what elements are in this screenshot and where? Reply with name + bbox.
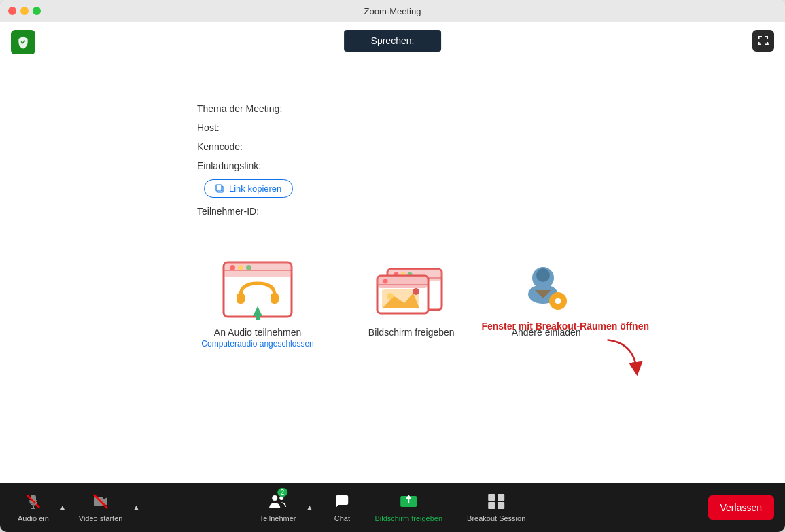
video-chevron[interactable]: ▲ [129,500,143,515]
copy-link-label: Link kopieren [229,183,281,194]
toolbar-center: 2 Teilnehmer ▲ Chat [253,489,533,527]
video-off-icon [92,493,109,512]
svg-rect-1 [216,185,222,191]
audio-icon [220,259,295,320]
participants-label: Teilnehmer [260,514,296,522]
svg-point-8 [246,265,251,270]
action-icons: An Audio teilnehmen Computeraudio angesc… [0,225,785,362]
video-button[interactable]: Video starten [72,489,130,527]
participants-button[interactable]: 2 Teilnehmer [253,489,303,527]
host-label: Host: [197,122,220,133]
meeting-theme-row: Thema der Meeting: [197,103,785,114]
fullscreen-button[interactable] [752,30,774,52]
close-button[interactable] [8,7,16,15]
theme-label: Thema der Meeting: [197,103,282,114]
screen-share-icon [374,259,449,320]
participants-count-badge: 2 [277,488,288,497]
meeting-participant-id-row: Teilnehmer-ID: [197,206,785,217]
traffic-lights [8,7,41,15]
toolbar-right: Verlassen [708,495,774,520]
toolbar-left: Audio ein ▲ Video starten ▲ [11,489,143,527]
share-label: Bildschirm freigeben [374,514,442,522]
breakout-icon [487,493,505,512]
breakout-label: Breakout Session [467,514,525,522]
svg-rect-9 [237,293,245,304]
svg-point-28 [536,268,550,282]
svg-rect-12 [256,313,260,320]
mic-off-icon [25,493,41,510]
title-bar: Zoom-Meeting [0,0,785,22]
chat-label: Chat [334,514,350,522]
svg-rect-45 [498,494,504,501]
minimize-button[interactable] [20,7,29,15]
window-title: Zoom-Meeting [364,6,421,16]
svg-point-6 [230,265,235,270]
screen-up-icon [399,493,418,510]
shield-icon [16,35,30,49]
toolbar: Audio ein ▲ Video starten ▲ [0,483,785,532]
audio-label: Audio ein [18,514,49,522]
meeting-info: Thema der Meeting: Host: Kenncode: Einla… [0,63,785,225]
audio-action-label: An Audio teilnehmen [214,327,301,338]
maximize-button[interactable] [33,7,41,15]
svg-rect-10 [271,293,279,304]
chat-bubble-icon [334,493,350,510]
breakout-button[interactable]: Breakout Session [460,489,532,527]
svg-point-7 [238,265,243,270]
main-content: Sprechen: Thema der Meeting: Host: Kennc… [0,22,785,483]
svg-rect-32 [556,298,559,304]
mute-icon [25,493,41,512]
camera-off-icon [92,493,109,510]
svg-rect-21 [377,284,428,285]
participants-btn-group: 2 Teilnehmer ▲ [253,489,317,527]
audio-action[interactable]: An Audio teilnehmen Computeraudio angesc… [201,259,313,349]
svg-rect-46 [488,502,495,509]
svg-rect-44 [488,494,495,501]
security-badge[interactable] [11,30,35,54]
copy-icon [215,184,225,194]
audio-action-sublabel: Computeraudio angeschlossen [201,339,313,349]
audio-chevron[interactable]: ▲ [56,500,69,515]
meeting-host-row: Host: [197,122,785,133]
chat-button[interactable]: Chat [327,489,357,527]
chat-icon [334,493,350,512]
audio-button[interactable]: Audio ein [11,489,56,527]
breakout-hint-text: Fenster mit Breakout-Räumen öffnen [481,321,649,332]
participants-chevron[interactable]: ▲ [303,500,317,515]
video-btn-group: Video starten ▲ [72,489,143,527]
breakout-hint: Fenster mit Breakout-Räumen öffnen [481,321,649,378]
video-label: Video starten [79,514,123,522]
participant-id-label: Teilnehmer-ID: [197,206,259,217]
passcode-label: Kenncode: [197,141,243,152]
svg-rect-47 [498,502,504,509]
copy-link-button[interactable]: Link kopieren [204,179,293,198]
screen-share-action-label: Bildschirm freigeben [368,327,455,338]
zoom-window: Zoom-Meeting Sprechen: Thema der Meeting… [0,0,785,532]
share-screen-icon [399,493,418,512]
speaking-label: Sprechen: [344,30,442,52]
audio-btn-group: Audio ein ▲ [11,489,69,527]
screen-share-action[interactable]: Bildschirm freigeben [368,259,455,349]
fullscreen-icon [758,35,769,46]
invite-icon [509,259,584,320]
meeting-invite-row: Einladungslink: Link kopieren [197,160,785,198]
invite-link-label: Einladungslink: [197,160,261,171]
grid-icon [487,493,505,510]
leave-button[interactable]: Verlassen [708,495,774,520]
breakout-arrow-icon [595,337,649,378]
svg-point-26 [413,288,419,295]
top-bar: Sprechen: [0,22,785,63]
svg-point-22 [383,279,388,284]
meeting-passcode-row: Kenncode: [197,141,785,152]
share-button[interactable]: Bildschirm freigeben [368,489,449,527]
svg-point-39 [273,495,278,501]
